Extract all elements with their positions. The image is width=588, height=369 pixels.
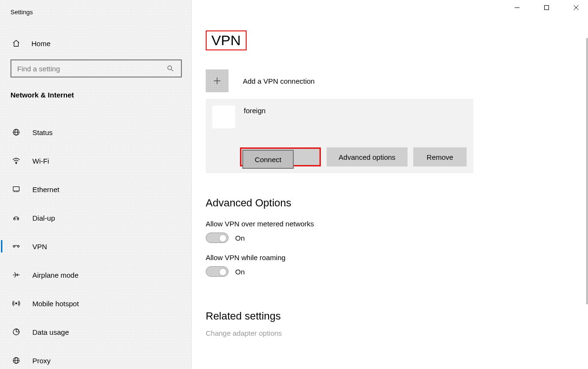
toggle-metered: Allow VPN over metered networks On bbox=[206, 220, 572, 243]
sidebar-item-label: Data usage bbox=[32, 328, 69, 336]
remove-button[interactable]: Remove bbox=[413, 147, 467, 166]
sidebar-item-label: Wi-Fi bbox=[32, 157, 49, 165]
change-adapter-link[interactable]: Change adapter options bbox=[206, 329, 572, 337]
dialup-icon bbox=[11, 213, 21, 223]
vpn-connection-icon bbox=[212, 106, 235, 128]
maximize-button[interactable] bbox=[538, 1, 555, 14]
toggle-label: Allow VPN while roaming bbox=[206, 253, 572, 262]
window-title: Settings bbox=[0, 0, 191, 16]
vpn-icon bbox=[11, 242, 21, 251]
minimize-button[interactable] bbox=[509, 1, 525, 14]
advanced-options-button[interactable]: Advanced options bbox=[327, 147, 408, 166]
sidebar-item-dialup[interactable]: Dial-up bbox=[0, 204, 191, 232]
advanced-options-heading: Advanced Options bbox=[206, 197, 572, 209]
sidebar-item-vpn[interactable]: VPN bbox=[0, 232, 191, 261]
sidebar-item-label: Dial-up bbox=[32, 214, 55, 222]
sidebar-item-wifi[interactable]: Wi-Fi bbox=[0, 146, 191, 175]
window-controls bbox=[509, 1, 584, 14]
search-input[interactable] bbox=[17, 65, 166, 73]
related-settings-heading: Related settings bbox=[206, 310, 572, 322]
svg-point-17 bbox=[18, 245, 20, 247]
search-box[interactable] bbox=[10, 59, 182, 78]
close-button[interactable] bbox=[568, 1, 584, 14]
svg-point-14 bbox=[14, 218, 16, 220]
sidebar-item-datausage[interactable]: Data usage bbox=[0, 318, 191, 346]
sidebar-item-label: Ethernet bbox=[32, 185, 60, 194]
sidebar-item-status[interactable]: Status bbox=[0, 118, 191, 146]
svg-rect-1 bbox=[545, 6, 549, 10]
scrollbar[interactable] bbox=[586, 38, 588, 304]
proxy-icon bbox=[11, 356, 21, 365]
svg-line-5 bbox=[171, 69, 173, 71]
wifi-icon bbox=[11, 156, 21, 165]
toggle-roaming: Allow VPN while roaming On bbox=[206, 253, 572, 277]
globe-icon bbox=[11, 127, 21, 137]
sidebar-item-hotspot[interactable]: Mobile hotspot bbox=[0, 289, 191, 318]
home-label: Home bbox=[31, 39, 50, 48]
add-vpn-label: Add a VPN connection bbox=[243, 77, 315, 85]
sidebar-item-label: VPN bbox=[32, 243, 47, 251]
sidebar-item-ethernet[interactable]: Ethernet bbox=[0, 175, 191, 204]
home-nav[interactable]: Home bbox=[0, 16, 191, 48]
svg-point-4 bbox=[168, 66, 171, 69]
sidebar-item-label: Mobile hotspot bbox=[32, 300, 79, 308]
toggle-label: Allow VPN over metered networks bbox=[206, 220, 572, 228]
sidebar-item-label: Airplane mode bbox=[32, 271, 79, 279]
vpn-connection-name: foreign bbox=[244, 107, 266, 115]
hotspot-icon bbox=[11, 299, 21, 308]
ethernet-icon bbox=[11, 184, 21, 194]
vpn-connection-card[interactable]: foreign Connect Advanced options Remove bbox=[206, 99, 473, 173]
datausage-icon bbox=[11, 327, 21, 337]
page-title: VPN bbox=[206, 30, 247, 50]
svg-point-9 bbox=[16, 163, 17, 164]
sidebar-category: Network & Internet bbox=[0, 78, 191, 99]
sidebar-item-proxy[interactable]: Proxy bbox=[0, 346, 191, 369]
toggle-state: On bbox=[235, 268, 245, 276]
add-icon bbox=[206, 69, 229, 92]
toggle-state: On bbox=[235, 234, 245, 242]
add-vpn-row[interactable]: Add a VPN connection bbox=[206, 69, 572, 92]
toggle-switch-metered[interactable] bbox=[206, 233, 229, 243]
airplane-icon bbox=[11, 270, 21, 280]
home-icon bbox=[11, 39, 21, 48]
svg-point-18 bbox=[16, 303, 17, 304]
sidebar-item-label: Status bbox=[32, 128, 53, 136]
sidebar-item-airplane[interactable]: Airplane mode bbox=[0, 261, 191, 289]
search-icon bbox=[166, 64, 175, 73]
sidebar: Settings Home Network & Internet Status bbox=[0, 0, 192, 369]
connect-button[interactable]: Connect bbox=[242, 150, 294, 169]
connect-button-highlight: Connect bbox=[240, 147, 321, 166]
main-content: VPN Add a VPN connection foreign Connect… bbox=[206, 30, 572, 337]
svg-rect-10 bbox=[13, 187, 20, 191]
toggle-switch-roaming[interactable] bbox=[206, 266, 229, 277]
sidebar-item-label: Proxy bbox=[32, 357, 50, 365]
svg-point-15 bbox=[17, 218, 19, 220]
svg-point-16 bbox=[13, 245, 15, 247]
sidebar-nav: Status Wi-Fi Ethernet Dial-up VPN bbox=[0, 118, 191, 369]
